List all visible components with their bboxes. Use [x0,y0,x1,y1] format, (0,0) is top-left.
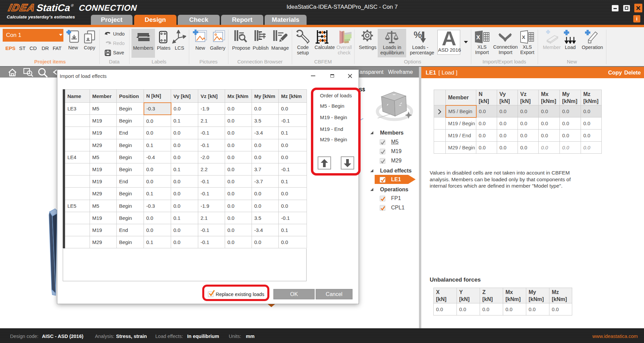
svg-text:X: X [522,34,525,40]
svg-text:®: ® [70,3,74,7]
svg-text:IDEA: IDEA [7,2,37,13]
svg-text:X: X [476,34,480,41]
svg-text:CONNECTION: CONNECTION [78,3,138,12]
svg-text:StatiCa: StatiCa [36,2,72,13]
